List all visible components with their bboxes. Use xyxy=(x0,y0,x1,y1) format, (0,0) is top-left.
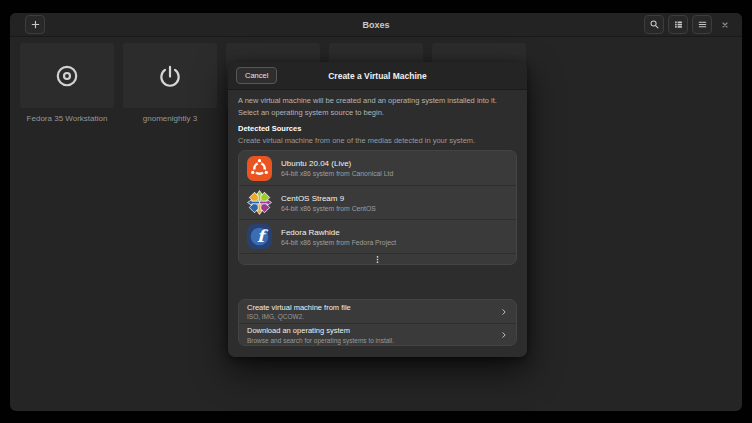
screen: Boxes xyxy=(0,0,752,423)
close-window-button[interactable] xyxy=(716,16,734,34)
dialog-headerbar: Cancel Create a Virtual Machine xyxy=(228,62,527,90)
source-description: 64-bit x86 system from Canonical Ltd xyxy=(281,170,393,177)
disc-icon xyxy=(54,63,80,89)
list-view-icon xyxy=(673,19,684,30)
detected-sources-heading: Detected Sources xyxy=(238,124,517,133)
vm-thumbnail xyxy=(20,43,114,108)
list-view-button[interactable] xyxy=(668,15,688,34)
cancel-button[interactable]: Cancel xyxy=(236,67,277,84)
new-vm-button[interactable] xyxy=(25,15,45,34)
vm-tile-gnomenightly[interactable]: gnomenightly 3 xyxy=(123,43,217,123)
menu-button[interactable] xyxy=(692,15,712,34)
dialog-body: A new virtual machine will be created an… xyxy=(228,90,527,346)
action-title: Download an operating system xyxy=(247,326,516,335)
source-description: 64-bit x86 system from CentOS xyxy=(281,205,376,212)
source-name: Ubuntu 20.04 (Live) xyxy=(281,159,393,168)
close-icon xyxy=(721,21,729,29)
source-description: 64-bit x86 system from Fedora Project xyxy=(281,239,396,246)
detected-sources-list: Ubuntu 20.04 (Live) 64-bit x86 system fr… xyxy=(238,150,517,265)
centos-logo-icon xyxy=(247,190,272,215)
chevron-right-icon xyxy=(500,331,508,339)
window-title: Boxes xyxy=(10,20,742,30)
vm-tile-label: Fedora 35 Workstation xyxy=(20,114,114,123)
search-button[interactable] xyxy=(644,15,664,34)
source-name: Fedora Rawhide xyxy=(281,228,396,237)
ubuntu-logo-icon xyxy=(247,156,272,181)
source-row-fedora[interactable]: f Fedora Rawhide 64-bit x86 system from … xyxy=(239,219,516,253)
create-from-file-row[interactable]: Create virtual machine from file ISO, IM… xyxy=(239,300,516,323)
fedora-logo-icon: f xyxy=(247,224,272,249)
intro-text-line1: A new virtual machine will be created an… xyxy=(238,95,517,107)
other-sources-list: Create virtual machine from file ISO, IM… xyxy=(238,299,517,346)
source-row-ubuntu[interactable]: Ubuntu 20.04 (Live) 64-bit x86 system fr… xyxy=(239,151,516,185)
detected-sources-caption: Create virtual machine from one of the m… xyxy=(238,136,517,145)
create-vm-dialog: Cancel Create a Virtual Machine A new vi… xyxy=(228,62,527,357)
show-more-sources-row[interactable] xyxy=(239,253,516,265)
action-subtitle: Browse and search for operating systems … xyxy=(247,337,516,344)
source-name: CentOS Stream 9 xyxy=(281,194,376,203)
vm-tile-label: gnomenightly 3 xyxy=(123,114,217,123)
headerbar: Boxes xyxy=(10,13,742,37)
dialog-title: Create a Virtual Machine xyxy=(328,71,427,81)
vm-thumbnail xyxy=(123,43,217,108)
vm-tile-fedora-35[interactable]: Fedora 35 Workstation xyxy=(20,43,114,123)
action-title: Create virtual machine from file xyxy=(247,303,516,312)
menu-icon xyxy=(697,19,708,30)
intro-text-line2: Select an operating system source to beg… xyxy=(238,107,517,119)
action-subtitle: ISO, IMG, QCOW2. xyxy=(247,313,516,320)
ellipsis-vertical-icon xyxy=(373,255,382,264)
power-icon xyxy=(157,63,183,89)
source-row-centos[interactable]: CentOS Stream 9 64-bit x86 system from C… xyxy=(239,185,516,219)
chevron-right-icon xyxy=(500,308,508,316)
headerbar-right xyxy=(644,15,734,34)
download-os-row[interactable]: Download an operating system Browse and … xyxy=(239,323,516,346)
search-icon xyxy=(649,19,660,30)
plus-icon xyxy=(30,19,41,30)
